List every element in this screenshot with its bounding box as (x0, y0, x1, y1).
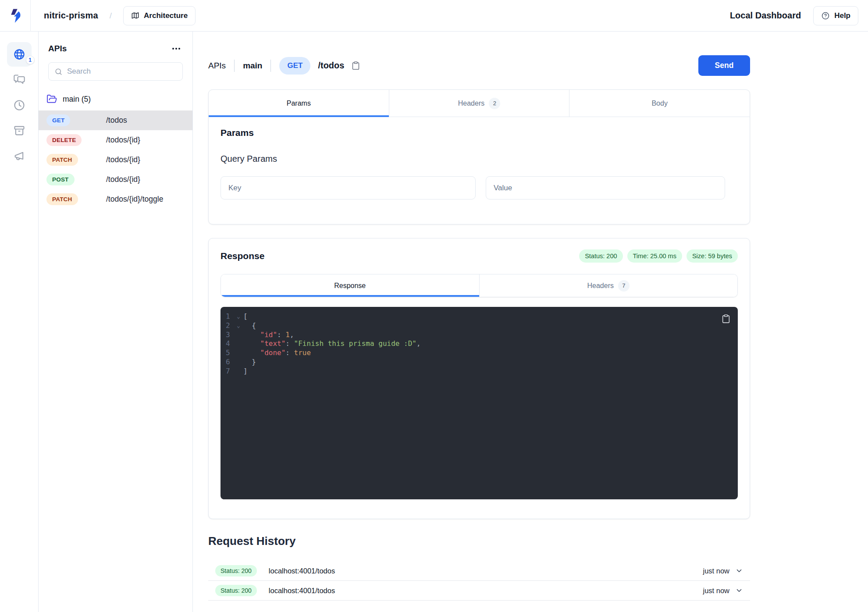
fold-toggle-icon[interactable]: ⌄ (234, 321, 243, 331)
send-button[interactable]: Send (698, 55, 750, 76)
endpoint-row[interactable]: PATCH /todos/{id}/toggle (39, 189, 192, 209)
rail-item-topics[interactable] (7, 144, 32, 168)
divider (270, 60, 271, 72)
method-badge: PATCH (46, 154, 78, 166)
architecture-button[interactable]: Architecture (123, 6, 196, 25)
api-group-main[interactable]: main (5) (39, 90, 192, 110)
endpoint-row[interactable]: DELETE /todos/{id} (39, 130, 192, 150)
tab-headers[interactable]: Headers 2 (389, 90, 570, 117)
line-number: 5 (226, 349, 234, 358)
project-name: nitric-prisma (44, 11, 98, 21)
tab-response-label: Response (334, 282, 366, 290)
history-status-badge: Status: 200 (215, 565, 257, 576)
history-row[interactable]: Status: 200 localhost:4001/todos just no… (208, 581, 750, 601)
response-badges: Status: 200Time: 25.00 msSize: 59 bytes (579, 249, 738, 263)
line-number: 3 (226, 331, 234, 340)
tab-params[interactable]: Params (209, 90, 389, 117)
query-param-value-input[interactable] (486, 176, 725, 199)
rail-item-schedules[interactable] (7, 93, 32, 117)
breadcrumb: APIs main GET /todos (208, 57, 361, 75)
code-line: 3 "id": 1, (221, 331, 738, 340)
chevron-down-icon[interactable] (735, 567, 743, 575)
response-code-editor[interactable]: 1⌄[2⌄ {3 "id": 1,4 "text": "Finish this … (221, 307, 738, 499)
overflow-menu-icon[interactable] (171, 45, 181, 52)
method-badge: PATCH (46, 193, 78, 205)
request-method-pill[interactable]: GET (279, 57, 310, 75)
tab-body-label: Body (651, 100, 667, 107)
endpoint-path: /todos (106, 116, 127, 125)
params-title: Params (221, 128, 738, 138)
history-status-badge: Status: 200 (215, 585, 257, 596)
icon-rail: 1 (0, 32, 39, 612)
architecture-label: Architecture (144, 11, 188, 20)
history-time: just now (703, 567, 729, 575)
code-line: 1⌄[ (221, 312, 738, 321)
tab-response[interactable]: Response (221, 274, 479, 297)
request-card: Params Headers 2 Body Params Query Param… (208, 89, 750, 224)
rail-item-apis[interactable]: 1 (7, 42, 32, 67)
help-circle-icon (821, 11, 830, 20)
tab-body[interactable]: Body (569, 90, 750, 117)
endpoint-row[interactable]: PATCH /todos/{id} (39, 150, 192, 170)
fold-toggle-icon[interactable]: ⌄ (234, 312, 243, 321)
endpoint-row[interactable]: POST /todos/{id} (39, 170, 192, 189)
search-input[interactable] (67, 67, 177, 76)
topbar: nitric-prisma / Architecture Local Dashb… (0, 0, 868, 32)
sidebar-title: APIs (48, 44, 67, 53)
endpoint-path: /todos/{id}/toggle (106, 195, 163, 204)
chevron-down-icon[interactable] (735, 587, 743, 594)
tab-response-headers[interactable]: Headers 7 (479, 274, 738, 297)
fold-toggle-icon (234, 358, 243, 367)
megaphone-icon (13, 150, 25, 162)
clipboard-icon (351, 61, 360, 70)
code-lines: 1⌄[2⌄ {3 "id": 1,4 "text": "Finish this … (221, 312, 738, 376)
endpoint-row[interactable]: GET /todos (39, 110, 192, 130)
response-tabs: Response Headers 7 (221, 274, 738, 297)
globe-icon (13, 48, 25, 60)
history-url: localhost:4001/todos (269, 587, 335, 595)
chat-bubbles-icon (13, 74, 25, 86)
response-headers-count-badge: 7 (618, 280, 630, 292)
request-history-list: Status: 200 localhost:4001/todos just no… (208, 561, 750, 601)
help-button[interactable]: Help (813, 6, 858, 25)
response-meta-badge: Status: 200 (579, 249, 623, 263)
search-box (48, 62, 183, 81)
line-number: 1 (226, 312, 234, 321)
apis-count-badge: 1 (26, 56, 35, 64)
endpoint-path: /todos/{id} (106, 135, 140, 145)
help-label: Help (834, 11, 850, 20)
api-group-label: main (5) (63, 95, 91, 104)
fold-toggle-icon (234, 349, 243, 358)
history-url: localhost:4001/todos (269, 567, 335, 575)
code-line: 4 "text": "Finish this prisma guide :D", (221, 339, 738, 349)
tab-params-label: Params (287, 100, 311, 107)
copy-response-button[interactable] (721, 314, 731, 324)
request-history-title: Request History (208, 534, 868, 548)
fold-toggle-icon (234, 367, 243, 376)
tab-response-headers-label: Headers (587, 282, 614, 290)
code-line: 6 } (221, 358, 738, 367)
response-meta-badge: Time: 25.00 ms (627, 249, 682, 263)
response-card: Response Status: 200Time: 25.00 msSize: … (208, 238, 750, 519)
app-logo[interactable] (0, 0, 31, 32)
line-number: 7 (226, 367, 234, 376)
query-params-title: Query Params (221, 154, 738, 164)
clock-icon (13, 99, 25, 111)
endpoint-path: /todos/{id} (106, 155, 140, 164)
code-line: 5 "done": true (221, 349, 738, 358)
fold-toggle-icon (234, 331, 243, 340)
rail-item-storage[interactable] (7, 118, 32, 143)
code-line: 7] (221, 367, 738, 376)
query-param-key-input[interactable] (221, 176, 476, 199)
page-title: Local Dashboard (730, 11, 801, 21)
request-tabs: Params Headers 2 Body (209, 90, 750, 117)
history-row[interactable]: Status: 200 localhost:4001/todos just no… (208, 561, 750, 581)
copy-path-button[interactable] (350, 60, 361, 71)
breadcrumb-api-name[interactable]: main (243, 61, 262, 71)
rail-item-websockets[interactable] (7, 68, 32, 92)
main-content: APIs main GET /todos Send (193, 32, 868, 612)
nitric-logo-icon (7, 7, 24, 24)
endpoint-path: /todos/{id} (106, 175, 140, 184)
clipboard-icon (721, 314, 731, 324)
endpoint-list: GET /todos DELETE /todos/{id} PATCH /tod… (39, 110, 192, 209)
